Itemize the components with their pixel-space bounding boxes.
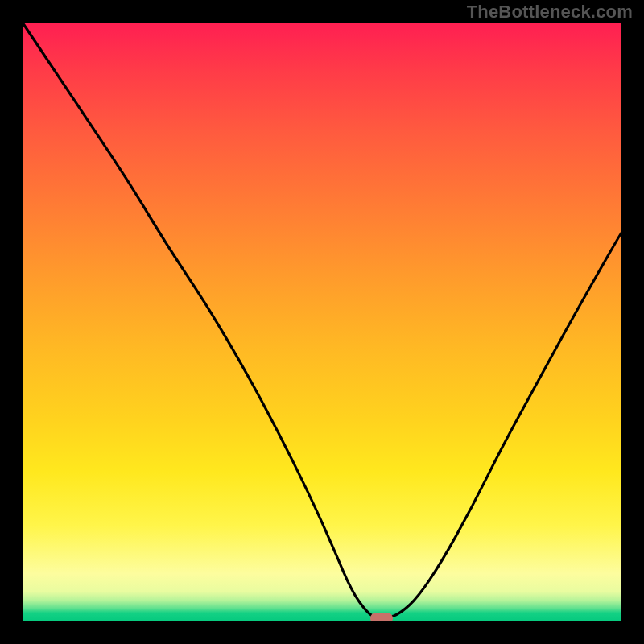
chart-frame: TheBottleneck.com [0, 0, 644, 644]
watermark-text: TheBottleneck.com [467, 2, 633, 23]
plot-area [23, 23, 621, 621]
optimal-marker [370, 613, 393, 621]
bottleneck-curve [23, 23, 621, 621]
